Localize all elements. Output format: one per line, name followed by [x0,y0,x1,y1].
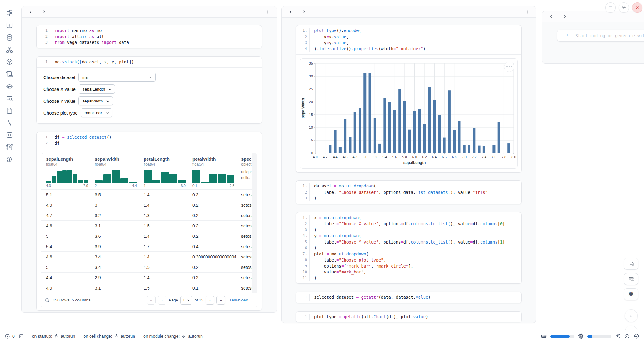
svg-text:5.2: 5.2 [373,155,377,159]
table-cell: 0.2 [192,234,241,239]
first-page-button[interactable]: « [147,296,156,305]
file-text-icon[interactable] [5,107,13,115]
table-row[interactable]: 4.93.11.50.1setosa [41,283,252,293]
table-row[interactable]: 4.73.21.30.2setosa [41,210,252,220]
download-button[interactable]: Download [230,298,253,302]
help-circle-icon[interactable] [5,155,13,163]
code-editor[interactable]: 1selected_dataset = getattr(data, datase… [296,292,521,303]
table-cell: 4.9 [46,286,95,290]
layout-button[interactable] [624,273,638,285]
on-module-change-setting[interactable]: on module change: autorun [143,334,209,339]
code-editor[interactable]: 1 Start coding or generate with [557,30,644,41]
code-embed-icon[interactable] [5,131,13,139]
add-cell-icon[interactable] [265,9,270,15]
svg-text:7.2: 7.2 [472,155,476,159]
file-tree-icon[interactable] [5,9,13,17]
list-search-icon[interactable] [5,94,13,102]
sparkles-icon[interactable] [615,333,621,339]
table-row[interactable]: 5.43.91.70.4setosa [41,241,252,251]
x-value-dropdown[interactable]: sepalLength [79,84,115,94]
dataset-dropdown[interactable]: iris [78,73,156,82]
notebook-pen-icon[interactable] [5,143,13,151]
code-editor[interactable]: 1›plot_type().encode(2 x=x.value,3 y=y.v… [296,25,521,54]
last-page-button[interactable]: » [216,296,225,305]
svg-text:4.4: 4.4 [333,155,337,159]
y-value-dropdown[interactable]: sepalWidth [78,96,113,105]
settings-button[interactable] [619,2,629,13]
error-counter[interactable]: 0 [5,334,15,339]
save-button[interactable] [624,258,638,270]
chevron-right-icon[interactable] [562,14,567,19]
fold-marker-icon[interactable]: › [303,30,309,32]
column-header[interactable]: speciesobjectunique:nulls: [241,156,252,187]
cell-empty: 1 Start coding or generate with [557,30,644,42]
chart-menu-button[interactable] [504,62,514,72]
command-palette-button[interactable]: ⌘ [624,288,638,300]
next-page-button[interactable]: › [206,296,214,305]
table-row[interactable]: 4.63.41.40.30000000000000004setosa [41,251,252,262]
chevron-left-icon[interactable] [549,14,554,19]
close-button[interactable] [632,2,642,13]
plot-type-dropdown[interactable]: mark_bar [81,108,112,117]
table-row[interactable]: 53.41.50.2setosa [41,262,252,272]
fold-marker-icon[interactable]: › [303,218,309,219]
code-editor[interactable]: 1›dataset = mo.ui.dropdown(2 label="Choo… [296,181,521,204]
svg-text:7.4: 7.4 [482,155,486,159]
line-number: 1 [37,59,50,65]
svg-text:35: 35 [309,62,313,65]
svg-text:4.8: 4.8 [353,155,357,159]
table-row[interactable]: 4.931.40.2setosa [41,200,252,210]
chevron-left-icon[interactable] [28,9,33,15]
code-line: 1›dataset = mo.ui.dropdown( [296,183,521,190]
table-row[interactable]: 5.13.51.40.2setosa [41,189,252,200]
table-cell: setosa [241,213,252,218]
chevron-right-icon[interactable] [41,9,47,15]
search-icon[interactable] [45,298,50,303]
prev-page-button[interactable]: ‹ [158,296,166,305]
package-icon[interactable] [5,58,13,66]
table-cell: setosa [241,275,252,280]
column-header[interactable]: petalLengthfloat6416.9 [144,156,192,187]
cell-plot-type: 1plot_type = getattr(alt.Chart(df), plot… [296,311,522,323]
terminal-button[interactable] [19,334,24,339]
table-scroll-area[interactable]: sepalLengthfloat644.37.9sepalWidthfloat6… [41,153,257,293]
code-editor[interactable]: 1mo.vstack([dataset, x, y, plot]) [37,57,262,68]
fold-marker-icon[interactable]: › [303,186,309,187]
fold-marker-icon[interactable]: › [303,254,309,255]
code-editor[interactable]: 1import marimo as mo2import altair as al… [37,25,262,48]
stop-button[interactable] [625,309,638,322]
line-number: 11 [296,275,310,281]
database-icon[interactable] [5,34,13,41]
stop-icon [629,313,634,318]
fold-marker-icon[interactable]: › [303,236,309,237]
table-row[interactable]: 4.42.91.40.2setosa [41,272,252,283]
code-editor[interactable]: 1plot_type = getattr(alt.Chart(df), plot… [296,312,521,322]
add-cell-icon[interactable] [524,9,530,15]
column-header[interactable]: petalWidthfloat640.12.5 [192,156,241,187]
menu-button[interactable] [605,2,616,13]
column-stats: unique:nulls: [241,169,246,181]
code-editor[interactable]: 1›x = mo.ui.dropdown(2 label="Choose X v… [296,212,521,284]
activity-icon[interactable] [5,119,13,127]
column-header[interactable]: sepalLengthfloat644.37.9 [46,156,95,187]
altair-chart[interactable]: 4.04.24.44.64.85.05.25.45.65.86.06.26.46… [300,58,518,169]
table-row[interactable]: 4.63.11.50.2setosa [41,220,252,231]
table-cell: setosa [241,203,252,208]
scroll-text-icon[interactable] [5,70,13,78]
sitemap-icon[interactable] [5,46,13,54]
chevron-left-icon[interactable] [288,9,293,15]
notebook-column-right: 1 Start coding or generate with [542,11,644,64]
svg-text:7.6: 7.6 [492,155,496,159]
column-header[interactable]: sepalWidthfloat6424.4 [95,156,144,187]
on-cell-change-setting[interactable]: on cell change: autorun [83,334,135,339]
on-startup-setting[interactable]: on startup: autorun [32,334,75,339]
code-editor[interactable]: 1df = selected_dataset()2df [37,132,262,149]
generate-link[interactable]: generate [615,33,635,38]
chevron-right-icon[interactable] [301,9,307,15]
function-square-icon[interactable] [5,21,13,29]
table-row[interactable]: 53.61.40.2setosa [41,231,252,241]
copilot-icon[interactable] [624,333,630,339]
chat-bot-icon[interactable] [5,82,13,90]
page-select[interactable]: 1 [180,296,192,305]
check-circle-icon[interactable] [634,333,639,339]
